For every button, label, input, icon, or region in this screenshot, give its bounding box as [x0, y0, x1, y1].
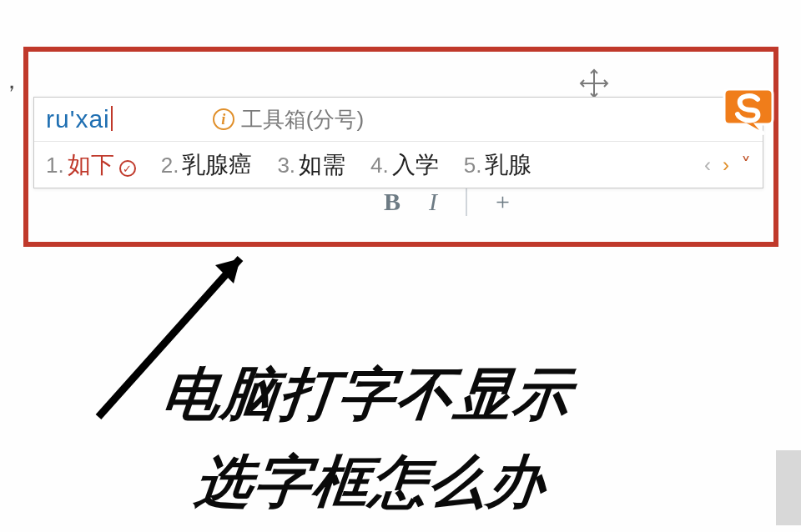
ime-candidate-list: 1. 如下 ✓ 2. 乳腺癌 3. 如需 4. 入学 5. 乳腺 ‹ › ˅	[34, 141, 763, 188]
caption-line-2: 选字框怎么办	[191, 438, 567, 525]
sogou-logo-icon	[721, 83, 774, 136]
ime-input-row: ru'xai i 工具箱(分号)	[34, 98, 763, 141]
prev-page-icon[interactable]: ‹	[704, 153, 711, 177]
ime-nav: ‹ › ˅	[704, 153, 751, 177]
check-icon: ✓	[119, 160, 136, 177]
caption-text: 电脑打字不显示 选字框怎么办	[149, 350, 577, 526]
candidate-4[interactable]: 4. 入学	[370, 149, 439, 181]
ime-composition-text: ru'xai	[46, 105, 113, 133]
ime-candidate-window: ru'xai i 工具箱(分号) 1. 如下 ✓ 2. 乳腺癌 3. 如需 4.…	[33, 97, 763, 188]
add-button[interactable]: +	[496, 188, 510, 216]
background-char: ，	[0, 65, 23, 97]
toolbox-label: 工具箱(分号)	[241, 105, 364, 134]
info-icon: i	[213, 108, 234, 130]
candidate-1[interactable]: 1. 如下 ✓	[46, 149, 136, 181]
candidate-5[interactable]: 5. 乳腺	[464, 149, 532, 181]
scrollbar[interactable]	[776, 450, 801, 525]
svg-marker-3	[215, 258, 240, 284]
caption-line-1: 电脑打字不显示	[159, 350, 577, 438]
next-page-icon[interactable]: ›	[723, 153, 729, 177]
format-toolbar: B I +	[384, 188, 510, 216]
italic-button[interactable]: I	[429, 188, 437, 216]
ime-toolbox-button[interactable]: i 工具箱(分号)	[213, 105, 364, 134]
expand-icon[interactable]: ˅	[741, 153, 751, 177]
candidate-3[interactable]: 3. 如需	[277, 149, 345, 181]
toolbar-separator	[466, 188, 467, 216]
candidate-2[interactable]: 2. 乳腺癌	[161, 149, 253, 181]
bold-button[interactable]: B	[384, 188, 400, 216]
